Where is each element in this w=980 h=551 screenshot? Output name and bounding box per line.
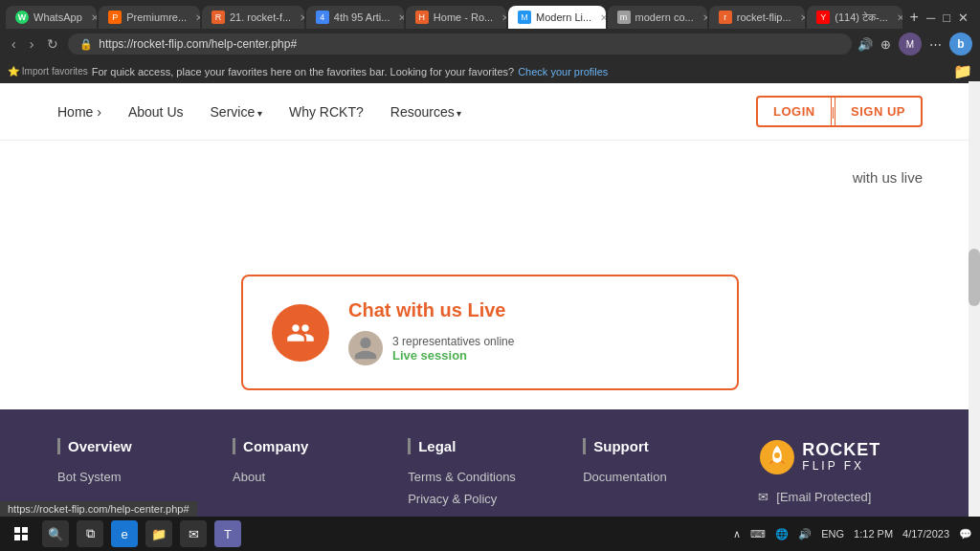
lock-icon: 🔒 [79, 38, 93, 51]
tab-close[interactable]: ✕ [300, 12, 304, 23]
browser-actions: 🔊 ⊕ M ⋯ b [858, 33, 972, 55]
tab-rocket-flip[interactable]: r rocket-flip... ✕ [709, 6, 805, 29]
tab-favicon-7: m [617, 11, 631, 24]
tab-label: Premiumre... [126, 11, 187, 23]
notification-icon[interactable]: 💬 [959, 528, 972, 540]
edge-taskbar-icon[interactable]: e [111, 520, 138, 547]
tab-rocket-f[interactable]: R 21. rocket-f... ✕ [202, 6, 304, 29]
footer-link-terms[interactable]: Terms & Conditions [408, 470, 545, 484]
scrollbar-thumb[interactable] [969, 249, 980, 306]
email-text: [Email Protected] [776, 490, 871, 504]
maximize-button[interactable]: □ [943, 11, 950, 25]
status-url-bar: https://rocket-flip.com/help-center.php# [0, 501, 197, 517]
more-options-icon[interactable]: ⋯ [929, 37, 942, 52]
svg-rect-2 [14, 527, 20, 533]
tab-yt[interactable]: Y (114) टेक-... ✕ [807, 6, 902, 29]
tab-premiumre[interactable]: P Premiumre... ✕ [99, 6, 200, 29]
reload-button[interactable]: ↻ [43, 34, 62, 54]
tab-label: modern co... [635, 11, 694, 23]
footer-link-bot-system[interactable]: Bot System [57, 470, 194, 484]
login-button[interactable]: LOGIN [756, 96, 832, 127]
svg-point-1 [774, 452, 780, 458]
chat-icon-circle [272, 304, 329, 362]
email-icon: ✉ [758, 490, 768, 504]
teams-taskbar-icon[interactable]: T [214, 520, 241, 547]
tab-close[interactable]: ✕ [398, 12, 403, 23]
with-us-live-text: with us live [57, 169, 923, 186]
close-window-button[interactable]: ✕ [958, 11, 969, 25]
forward-button[interactable]: › [26, 34, 38, 54]
tab-home-ro[interactable]: H Home - Ro... ✕ [406, 6, 506, 29]
chat-card[interactable]: Chat with us Live 3 representatives onli… [241, 275, 739, 390]
footer-link-privacy[interactable]: Privacy & Policy [408, 492, 545, 506]
import-favorites[interactable]: ⭐ Import favorites [8, 66, 88, 77]
address-bar-row: ‹ › ↻ 🔒 https://rocket-flip.com/help-cen… [0, 29, 980, 59]
nav-service[interactable]: Service [211, 104, 262, 120]
tab-label: Home - Ro... [434, 11, 493, 23]
nav-why[interactable]: Why RCKT? [289, 104, 364, 120]
tab-label: rocket-flip... [737, 11, 791, 23]
tab-close[interactable]: ✕ [800, 12, 806, 23]
tab-whatsapp[interactable]: W WhatsApp ✕ [6, 6, 97, 29]
tab-favicon-2: P [108, 11, 122, 24]
rocket-logo-icon [758, 438, 796, 476]
system-tray-up[interactable]: ∧ [733, 528, 741, 540]
footer-company-heading: Company [233, 438, 369, 454]
tab-modern-li[interactable]: M Modern Li... ✕ [508, 6, 606, 29]
back-button[interactable]: ‹ [8, 34, 20, 54]
translate-icon[interactable]: ⊕ [880, 37, 891, 52]
address-text: https://rocket-flip.com/help-center.php# [99, 37, 297, 51]
footer-support-heading: Support [583, 438, 720, 454]
svg-rect-3 [22, 527, 28, 533]
new-tab-button[interactable]: + [904, 9, 924, 26]
footer-email[interactable]: ✉ [Email Protected] [758, 490, 923, 504]
nav-about[interactable]: About Us [128, 104, 184, 120]
nav-home[interactable]: Home [57, 104, 101, 120]
volume-icon: 🔊 [798, 528, 812, 540]
footer-link-documentation[interactable]: Documentation [583, 470, 720, 484]
tab-bar: W WhatsApp ✕ P Premiumre... ✕ R 21. rock… [0, 0, 980, 29]
rep-text: 3 representatives online Live session [392, 335, 514, 363]
brand-text: ROCKET FLIP FX [802, 441, 880, 474]
tab-close[interactable]: ✕ [600, 12, 605, 23]
taskbar-right: ∧ ⌨ 🌐 🔊 ENG 1:12 PM 4/17/2023 💬 [733, 528, 972, 540]
brand-flip-text: FLIP FX [802, 458, 880, 474]
tab-close[interactable]: ✕ [501, 12, 506, 23]
tab-close[interactable]: ✕ [897, 12, 902, 23]
footer-link-about[interactable]: About [233, 470, 369, 484]
brand-rocket-text: ROCKET [802, 441, 880, 458]
scrollbar[interactable] [969, 81, 980, 551]
tab-close[interactable]: ✕ [91, 12, 97, 23]
tab-4th-95[interactable]: 4 4th 95 Arti... ✕ [306, 6, 404, 29]
keyboard-icon: ⌨ [750, 528, 766, 540]
clock-time: 1:12 PM [854, 528, 893, 540]
clock-date: 4/17/2023 [902, 528, 949, 540]
read-aloud-icon[interactable]: 🔊 [858, 37, 873, 52]
favorites-folder-icon[interactable]: 📁 [953, 62, 972, 80]
tab-label: WhatsApp [33, 11, 82, 23]
address-bar[interactable]: 🔒 https://rocket-flip.com/help-center.ph… [68, 33, 852, 55]
edge-icon[interactable]: b [949, 33, 972, 55]
taskbar-left: 🔍 ⧉ e 📁 ✉ T [8, 520, 241, 547]
start-button[interactable] [8, 520, 34, 547]
chat-reps-row: 3 representatives online Live session [348, 331, 514, 365]
tab-modern-co[interactable]: m modern co... ✕ [608, 6, 707, 29]
minimize-button[interactable]: ─ [926, 11, 935, 25]
search-taskbar-icon[interactable]: 🔍 [42, 520, 69, 547]
chat-info: Chat with us Live 3 representatives onli… [348, 299, 514, 365]
nav-resources[interactable]: Resources [390, 104, 462, 120]
taskbar: 🔍 ⧉ e 📁 ✉ T ∧ ⌨ 🌐 🔊 ENG 1:12 PM 4/17/202… [0, 517, 980, 551]
navbar: Home About Us Service Why RCKT? Resource… [0, 83, 980, 141]
tab-label: Modern Li... [536, 11, 591, 23]
footer-overview-heading: Overview [57, 438, 194, 454]
chat-group-icon [286, 319, 315, 347]
tab-close[interactable]: ✕ [702, 12, 707, 23]
file-explorer-icon[interactable]: 📁 [145, 520, 172, 547]
avatar[interactable]: M [899, 33, 922, 55]
mail-taskbar-icon[interactable]: ✉ [180, 520, 207, 547]
task-view-icon[interactable]: ⧉ [77, 520, 103, 547]
signup-button[interactable]: SIGN UP [835, 96, 923, 127]
live-session-label[interactable]: Live session [392, 348, 514, 363]
tab-close[interactable]: ✕ [195, 12, 200, 23]
check-profiles-link[interactable]: Check your profiles [518, 66, 608, 77]
